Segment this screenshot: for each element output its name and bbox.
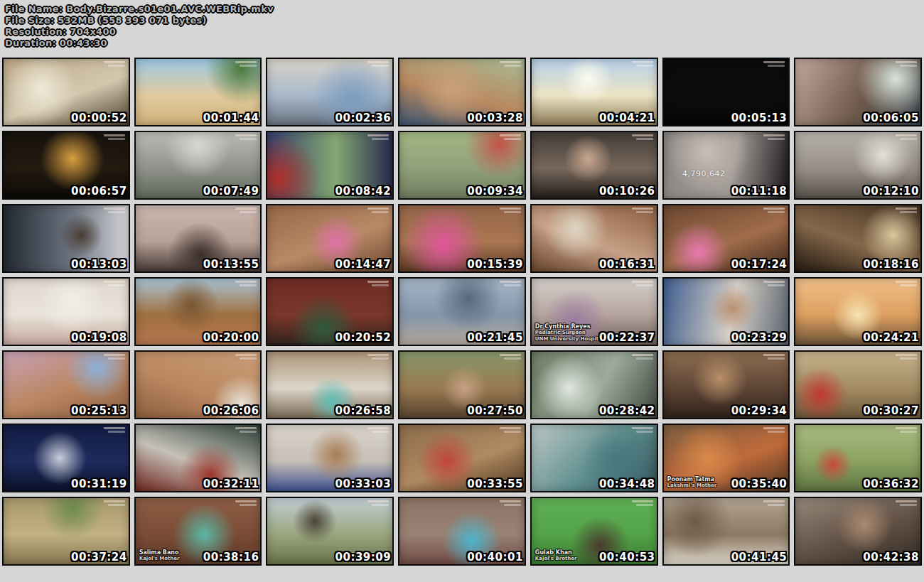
timestamp-badge: 00:14:47 [335,258,392,271]
timestamp-badge: 00:06:05 [863,112,919,124]
video-thumbnail: Gulab KhanKajol's Brother 00:40:53 [530,497,658,566]
timestamp-badge: 00:24:21 [863,331,919,344]
timestamp-badge: 00:18:16 [863,258,919,271]
video-thumbnail: 00:10:26 [530,131,658,200]
video-thumbnail: 00:21:45 [398,277,526,346]
channel-watermark-icon [104,281,125,286]
channel-watermark-icon [104,208,125,213]
timestamp-badge: 00:02:36 [335,112,392,124]
channel-watermark-icon [632,208,653,213]
timestamp-badge: 00:13:03 [71,258,127,271]
video-thumbnail: 00:20:00 [134,277,262,346]
timestamp-badge: 00:00:52 [71,112,127,124]
channel-watermark-icon [500,208,521,213]
video-thumbnail: 00:01:44 [134,58,262,126]
timestamp-badge: 00:38:16 [203,551,259,564]
video-thumbnail: 00:14:47 [266,204,394,273]
video-thumbnail: 00:26:06 [134,350,262,419]
channel-watermark-icon [763,354,785,360]
channel-watermark-icon [632,500,653,506]
video-thumbnail: Salima BanoKajol's Mother 00:38:16 [134,497,262,566]
timestamp-badge: 00:20:00 [203,331,259,344]
timestamp-badge: 00:22:37 [599,331,655,344]
channel-watermark-icon [896,134,917,140]
timestamp-badge: 00:34:48 [599,478,655,490]
video-thumbnail: 00:42:38 [794,497,922,566]
channel-watermark-icon [632,354,653,360]
file-name-line: File Name: Body.Bizarre.s01e01.AVC.WEBRi… [5,4,924,15]
video-thumbnail: 00:26:58 [266,350,394,419]
timestamp-badge: 00:03:28 [467,112,523,124]
timestamp-badge: 00:42:38 [863,551,919,564]
channel-watermark-icon [632,61,653,67]
timestamp-badge: 00:37:24 [71,551,127,564]
channel-watermark-icon [367,61,389,67]
timestamp-badge: 00:09:34 [467,185,523,198]
timestamp-badge: 00:23:29 [731,331,788,344]
video-thumbnail: 00:03:28 [398,58,526,126]
channel-watermark-icon [763,61,785,67]
timestamp-badge: 00:30:27 [863,404,919,417]
timestamp-badge: 00:35:40 [731,478,788,490]
timestamp-badge: 00:16:31 [599,258,655,271]
timestamp-badge: 00:08:42 [335,185,392,198]
timestamp-badge: 00:40:01 [467,551,523,564]
channel-watermark-icon [500,427,521,433]
video-thumbnail: 00:04:21 [530,58,658,126]
channel-watermark-icon [500,281,521,286]
video-thumbnail: 00:33:03 [266,424,394,492]
timestamp-badge: 00:07:49 [203,185,259,198]
timestamp-badge: 00:28:42 [599,404,655,417]
timestamp-badge: 00:04:21 [599,112,655,124]
channel-watermark-icon [104,61,125,67]
video-thumbnail: 00:07:49 [134,131,262,200]
video-thumbnail: 00:31:19 [2,424,130,492]
video-thumbnail: 00:06:57 [2,131,130,200]
thumbnail-grid: 00:00:52 00:01:44 00:02:36 00:03:28 00:0… [0,58,924,568]
channel-watermark-icon [367,500,389,506]
video-thumbnail: 00:36:32 [794,424,922,492]
video-thumbnail: 00:23:29 [662,277,790,346]
timestamp-badge: 00:27:50 [467,404,523,417]
video-thumbnail: 00:18:16 [794,204,922,273]
video-thumbnail: 00:17:24 [662,204,790,273]
lower-third-caption: Salima BanoKajol's Mother [139,549,180,562]
channel-watermark-icon [235,208,257,213]
lower-third-caption: Dr Cynthia ReyesPediatric SurgeonUNM Uni… [535,323,603,343]
timestamp-badge: 00:19:08 [71,331,127,344]
channel-watermark-icon [235,427,257,433]
file-info-header: File Name: Body.Bizarre.s01e01.AVC.WEBRi… [0,0,924,58]
channel-watermark-icon [367,208,389,213]
timestamp-badge: 00:26:06 [203,404,259,417]
channel-watermark-icon [367,134,389,140]
channel-watermark-icon [235,281,257,286]
video-thumbnail: 00:12:10 [794,131,922,200]
timestamp-badge: 00:21:45 [467,331,523,344]
video-thumbnail: 00:25:13 [2,350,130,419]
channel-watermark-icon [367,354,389,360]
channel-watermark-icon [235,61,257,67]
onscreen-number: 4,790,642 [682,169,725,178]
timestamp-badge: 00:17:24 [731,258,788,271]
channel-watermark-icon [763,427,785,433]
channel-watermark-icon [235,500,257,506]
video-thumbnail: Dr Cynthia ReyesPediatric SurgeonUNM Uni… [530,277,658,346]
video-thumbnail: Poonam TatmaLakshmi's Mother 00:35:40 [662,424,790,492]
video-thumbnail: 00:41:45 [662,497,790,566]
resolution-line: Resolution: 704x400 [5,26,924,38]
video-thumbnail: 00:32:11 [134,424,262,492]
video-thumbnail: 00:33:55 [398,424,526,492]
channel-watermark-icon [104,500,125,506]
timestamp-badge: 00:11:18 [731,185,788,198]
video-thumbnail: 00:05:13 [662,58,790,126]
timestamp-badge: 00:41:45 [731,551,788,564]
channel-watermark-icon [632,427,653,433]
video-thumbnail: 00:19:08 [2,277,130,346]
video-thumbnail: 00:16:31 [530,204,658,273]
timestamp-badge: 00:13:55 [203,258,259,271]
video-thumbnail: 00:30:27 [794,350,922,419]
video-thumbnail: 00:29:34 [662,350,790,419]
channel-watermark-icon [104,427,125,433]
video-thumbnail: 00:27:50 [398,350,526,419]
timestamp-badge: 00:33:55 [467,478,523,490]
